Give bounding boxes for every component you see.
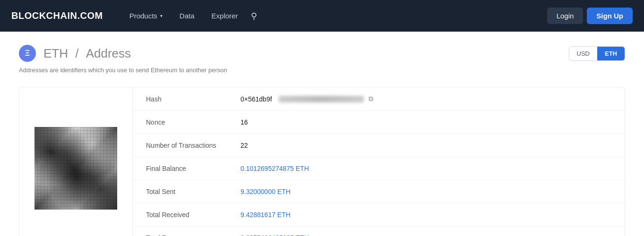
page-title: ETH / Address xyxy=(42,46,133,61)
field-value-hash: 0×561db9f ⧉ xyxy=(240,95,373,103)
field-value-nonce: 16 xyxy=(240,118,248,126)
table-row: Number of Transactions 22 xyxy=(133,134,625,157)
chevron-down-icon: ▾ xyxy=(160,13,163,18)
field-label-sent: Total Sent xyxy=(146,188,240,195)
field-value-fees: 0.0075466425125 ETH xyxy=(240,234,309,236)
signup-button[interactable]: Sign Up xyxy=(587,8,633,24)
details-section: Hash 0×561db9f ⧉ Nonce 16 Number of Tran… xyxy=(133,87,625,236)
currency-toggle: USD ETH xyxy=(569,46,625,61)
field-label-fees: Total Fees xyxy=(146,234,240,236)
nav-products[interactable]: Products ▾ xyxy=(122,8,170,24)
field-label-num-tx: Number of Transactions xyxy=(146,142,240,149)
table-row: Hash 0×561db9f ⧉ xyxy=(133,87,625,111)
table-row: Nonce 16 xyxy=(133,111,625,134)
table-row: Final Balance 0.1012695274875 ETH xyxy=(133,157,625,180)
title-group: Ξ ETH / Address xyxy=(19,45,133,62)
login-button[interactable]: Login xyxy=(547,8,584,24)
field-value-balance: 0.1012695274875 ETH xyxy=(240,165,309,172)
search-icon[interactable]: ⚲ xyxy=(247,7,261,25)
field-label-hash: Hash xyxy=(146,95,240,103)
hash-blurred xyxy=(279,96,364,102)
field-value-num-tx: 22 xyxy=(240,142,248,149)
page-subtitle: Addresses are identifiers which you use … xyxy=(19,67,625,74)
address-card: Hash 0×561db9f ⧉ Nonce 16 Number of Tran… xyxy=(19,87,625,236)
field-label-balance: Final Balance xyxy=(146,165,240,172)
eth-icon: Ξ xyxy=(19,45,36,62)
copy-icon[interactable]: ⧉ xyxy=(369,95,373,103)
table-row: Total Sent 9.32000000 ETH xyxy=(133,180,625,203)
qr-section xyxy=(19,87,133,236)
nav-links: Products ▾ Data Explorer ⚲ xyxy=(122,7,335,25)
page-header: Ξ ETH / Address USD ETH xyxy=(19,45,625,62)
nav-data[interactable]: Data xyxy=(172,8,202,24)
table-row: Total Received 9.42881617 ETH xyxy=(133,203,625,227)
qr-code xyxy=(34,127,117,210)
brand-logo[interactable]: BLOCKCHAIN.COM xyxy=(11,10,103,21)
field-value-sent: 9.32000000 ETH xyxy=(240,188,291,195)
usd-button[interactable]: USD xyxy=(569,47,597,60)
main-content: Ξ ETH / Address USD ETH Addresses are id… xyxy=(0,32,644,236)
field-label-nonce: Nonce xyxy=(146,118,240,126)
field-label-received: Total Received xyxy=(146,211,240,219)
nav-explorer[interactable]: Explorer xyxy=(204,8,246,24)
qr-inner xyxy=(34,127,117,210)
table-row: Total Fees 0.0075466425125 ETH xyxy=(133,227,625,236)
eth-button[interactable]: ETH xyxy=(597,47,625,60)
field-value-received: 9.42881617 ETH xyxy=(240,211,291,219)
navbar: BLOCKCHAIN.COM Products ▾ Data Explorer … xyxy=(0,0,644,32)
